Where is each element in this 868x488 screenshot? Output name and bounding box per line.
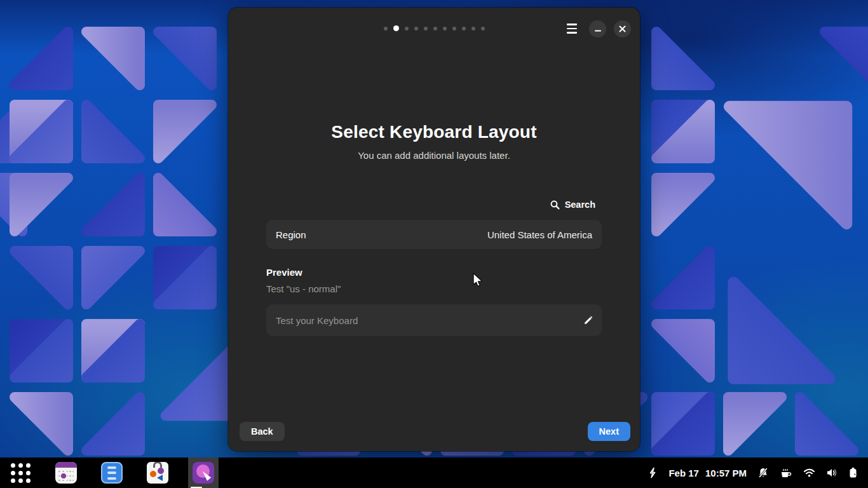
system-status-area[interactable]: Feb 17 10:57 PM	[648, 458, 868, 488]
keyboard-test-input[interactable]	[266, 315, 574, 326]
region-label: Region	[276, 229, 306, 240]
page-dot	[384, 27, 388, 30]
taskbar-app-grid-button[interactable]	[5, 458, 36, 488]
preview-caption: Test "us - normal"	[266, 283, 341, 294]
page-dot	[414, 27, 418, 30]
page-dot	[462, 27, 466, 30]
files-icon	[101, 462, 123, 484]
app-grid-icon	[11, 463, 31, 483]
taskbar-software-button[interactable]	[142, 458, 173, 488]
search-button[interactable]: Search	[544, 196, 602, 214]
notifications-off-icon	[757, 467, 769, 478]
calendar-icon	[55, 462, 77, 484]
caffeine-icon	[780, 467, 792, 478]
page-dot	[433, 27, 437, 30]
close-icon	[619, 25, 626, 32]
search-icon	[550, 200, 560, 210]
software-icon	[147, 462, 168, 484]
search-label: Search	[565, 200, 595, 210]
page-dot	[481, 27, 485, 30]
taskbar: Feb 17 10:57 PM	[0, 458, 868, 488]
edit-icon	[574, 315, 602, 326]
keyboard-test-row	[266, 304, 602, 336]
desktop: Select Keyboard Layout You can add addit…	[0, 0, 868, 488]
page-dot	[424, 27, 428, 30]
page-dot	[471, 27, 475, 30]
battery-charging-icon	[848, 467, 858, 478]
preview-heading: Preview	[266, 267, 302, 278]
clock-time: 10:57 PM	[705, 468, 747, 478]
page-dot	[393, 25, 399, 31]
region-value: United States of America	[487, 229, 592, 240]
page-subtitle: You can add additional layouts later.	[228, 150, 640, 161]
page-dot	[452, 27, 456, 30]
back-button[interactable]: Back	[240, 422, 285, 441]
close-button[interactable]	[614, 20, 631, 37]
clock-date: Feb 17	[668, 468, 699, 478]
page-dot	[405, 27, 409, 30]
minimize-button[interactable]	[589, 20, 606, 37]
region-row[interactable]: Region United States of America	[266, 220, 602, 250]
wifi-icon	[803, 468, 815, 478]
minimize-icon	[594, 25, 602, 32]
volume-icon	[826, 468, 837, 478]
taskbar-calendar-button[interactable]	[51, 458, 81, 488]
primary-menu-button[interactable]	[562, 19, 581, 38]
page-dot	[443, 27, 447, 30]
clock[interactable]: Feb 17 10:57 PM	[668, 468, 747, 478]
power-profile-icon	[648, 467, 658, 478]
hamburger-icon	[567, 24, 577, 34]
next-button[interactable]: Next	[588, 422, 630, 441]
initial-setup-window: Select Keyboard Layout You can add addit…	[228, 8, 640, 451]
taskbar-initial-setup-button[interactable]	[188, 458, 219, 488]
page-title: Select Keyboard Layout	[228, 122, 640, 142]
initial-setup-icon	[193, 462, 214, 484]
taskbar-files-button[interactable]	[97, 458, 127, 488]
